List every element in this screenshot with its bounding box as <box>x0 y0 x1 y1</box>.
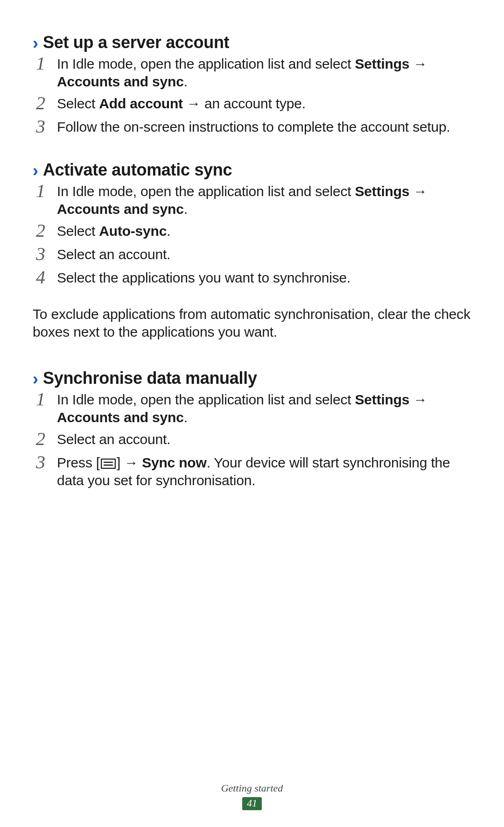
section-heading: ›Synchronise data manually <box>33 368 471 388</box>
page-content: ›Set up a server account1In Idle mode, o… <box>33 33 471 489</box>
step-number: 1 <box>33 390 49 409</box>
step-text: In Idle mode, open the application list … <box>57 55 471 90</box>
list-item: 1In Idle mode, open the application list… <box>33 183 471 218</box>
chevron-icon: › <box>33 35 38 52</box>
step-list: 1In Idle mode, open the application list… <box>33 55 471 137</box>
step-text: In Idle mode, open the application list … <box>57 391 471 426</box>
step-number: 3 <box>33 245 49 263</box>
step-number: 1 <box>33 54 49 73</box>
footer-section-label: Getting started <box>0 782 504 794</box>
section-title: Activate automatic sync <box>43 160 232 180</box>
page-footer: Getting started 41 <box>0 782 504 810</box>
step-text: Follow the on-screen instructions to com… <box>57 118 450 136</box>
step-list: 1In Idle mode, open the application list… <box>33 183 471 288</box>
list-item: 3Select an account. <box>33 246 471 264</box>
list-item: 2Select Add account → an account type. <box>33 95 471 113</box>
list-item: 2Select Auto-sync. <box>33 222 471 241</box>
list-item: 4Select the applications you want to syn… <box>33 269 471 288</box>
body-paragraph: To exclude applications from automatic s… <box>33 305 471 340</box>
step-number: 1 <box>33 182 49 200</box>
list-item: 2Select an account. <box>33 431 471 449</box>
step-text: Select Add account → an account type. <box>57 95 306 113</box>
section-heading: ›Activate automatic sync <box>33 160 471 180</box>
step-text: In Idle mode, open the application list … <box>57 183 471 218</box>
list-item: 3Follow the on-screen instructions to co… <box>33 118 471 137</box>
section-title: Set up a server account <box>43 33 229 52</box>
step-number: 4 <box>33 268 49 287</box>
section-heading: ›Set up a server account <box>33 33 471 52</box>
step-text: Press [] → Sync now. Your device will st… <box>57 454 471 489</box>
step-text: Select the applications you want to sync… <box>57 269 350 287</box>
manual-page: ›Set up a server account1In Idle mode, o… <box>0 0 504 827</box>
step-text: Select Auto-sync. <box>57 222 170 240</box>
step-number: 2 <box>33 221 49 240</box>
chevron-icon: › <box>33 163 38 179</box>
step-number: 3 <box>33 117 49 136</box>
list-item: 3Press [] → Sync now. Your device will s… <box>33 454 471 489</box>
list-item: 1In Idle mode, open the application list… <box>33 391 471 426</box>
step-text: Select an account. <box>57 246 170 263</box>
chevron-icon: › <box>33 371 38 388</box>
page-number-badge: 41 <box>242 797 262 810</box>
step-number: 2 <box>33 94 49 113</box>
svg-rect-0 <box>101 459 115 468</box>
menu-icon <box>101 459 116 469</box>
list-item: 1In Idle mode, open the application list… <box>33 55 471 90</box>
step-list: 1In Idle mode, open the application list… <box>33 391 471 489</box>
section-title: Synchronise data manually <box>43 368 257 388</box>
step-text: Select an account. <box>57 431 170 448</box>
step-number: 3 <box>33 453 49 472</box>
step-number: 2 <box>33 430 49 448</box>
